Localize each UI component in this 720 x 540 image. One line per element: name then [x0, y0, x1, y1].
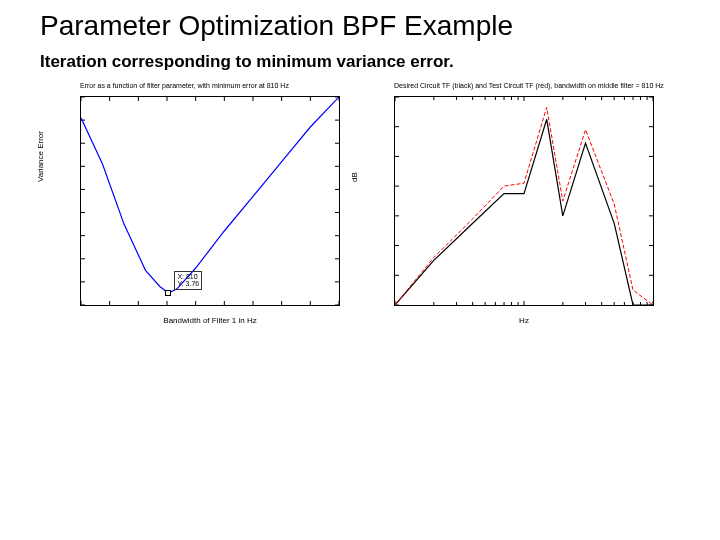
right-series-desired	[395, 119, 653, 305]
left-ylabel: Variance Error	[36, 131, 45, 182]
datatip-y: Y: 3.76	[177, 280, 199, 287]
right-chart-svg: -2024681012 10²10³10⁴	[395, 97, 653, 305]
subtitle: Iteration corresponding to minimum varia…	[40, 52, 680, 72]
left-xlabel: Bandwidth of Filter 1 in Hz	[80, 316, 340, 325]
datatip-marker	[165, 290, 171, 296]
left-chart-title: Error as a function of filter parameter,…	[80, 82, 348, 89]
right-chart: Desired Circuit TF (black) and Test Circ…	[354, 82, 664, 342]
right-chart-title: Desired Circuit TF (black) and Test Circ…	[394, 82, 662, 89]
right-ylabel: dB	[350, 172, 359, 182]
left-plot-area: 3.544.555.566.577.58 2004006008001000120…	[80, 96, 340, 306]
slide: Parameter Optimization BPF Example Itera…	[0, 0, 720, 540]
right-plot-area: -2024681012 10²10³10⁴	[394, 96, 654, 306]
page-title: Parameter Optimization BPF Example	[40, 10, 680, 42]
charts-row: Error as a function of filter parameter,…	[40, 82, 680, 342]
left-chart: Error as a function of filter parameter,…	[40, 82, 350, 342]
right-xlabel: Hz	[394, 316, 654, 325]
datatip-x: X: 810	[177, 273, 199, 280]
left-chart-svg: 3.544.555.566.577.58 2004006008001000120…	[81, 97, 339, 305]
datatip: X: 810 Y: 3.76	[174, 271, 202, 290]
left-series-line	[81, 97, 339, 293]
right-series-test	[395, 107, 653, 305]
